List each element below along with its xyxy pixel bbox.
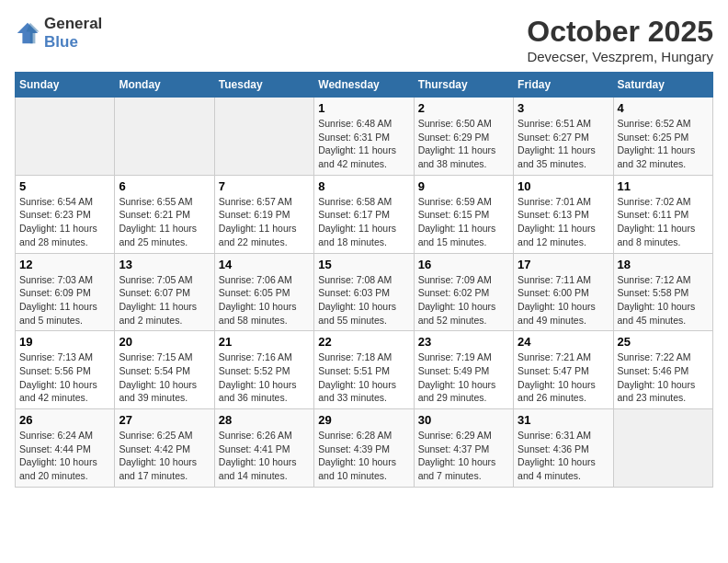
day-number: 12 (19, 258, 110, 271)
calendar-cell: 9Sunrise: 6:59 AM Sunset: 6:15 PM Daylig… (414, 175, 513, 253)
day-content: Sunrise: 6:52 AM Sunset: 6:25 PM Dayligh… (618, 117, 709, 171)
day-content: Sunrise: 7:19 AM Sunset: 5:49 PM Dayligh… (418, 350, 509, 405)
day-content: Sunrise: 6:24 AM Sunset: 4:44 PM Dayligh… (19, 429, 110, 483)
calendar-cell: 19Sunrise: 7:13 AM Sunset: 5:56 PM Dayli… (16, 331, 115, 409)
weekday-header-sunday: Sunday (16, 73, 115, 98)
day-content: Sunrise: 7:06 AM Sunset: 6:05 PM Dayligh… (219, 273, 310, 327)
day-content: Sunrise: 7:13 AM Sunset: 5:56 PM Dayligh… (19, 350, 110, 405)
calendar-cell: 3Sunrise: 6:51 AM Sunset: 6:27 PM Daylig… (514, 98, 613, 176)
calendar-cell: 8Sunrise: 6:58 AM Sunset: 6:17 PM Daylig… (314, 175, 414, 253)
calendar-cell: 30Sunrise: 6:29 AM Sunset: 4:37 PM Dayli… (414, 409, 513, 488)
day-number: 4 (618, 101, 709, 115)
week-row-2: 5Sunrise: 6:54 AM Sunset: 6:23 PM Daylig… (16, 175, 713, 253)
day-content: Sunrise: 7:03 AM Sunset: 6:09 PM Dayligh… (19, 273, 110, 327)
day-number: 3 (518, 101, 609, 115)
day-number: 2 (418, 101, 509, 115)
calendar-cell: 31Sunrise: 6:31 AM Sunset: 4:36 PM Dayli… (514, 409, 613, 488)
weekday-header-saturday: Saturday (613, 73, 712, 98)
calendar-cell: 12Sunrise: 7:03 AM Sunset: 6:09 PM Dayli… (16, 253, 115, 331)
day-content: Sunrise: 6:54 AM Sunset: 6:23 PM Dayligh… (19, 195, 110, 249)
day-content: Sunrise: 6:50 AM Sunset: 6:29 PM Dayligh… (418, 117, 509, 171)
day-number: 9 (418, 179, 509, 193)
calendar-cell: 17Sunrise: 7:11 AM Sunset: 6:00 PM Dayli… (514, 253, 613, 331)
day-content: Sunrise: 6:57 AM Sunset: 6:19 PM Dayligh… (219, 195, 310, 249)
day-number: 15 (318, 258, 409, 271)
day-number: 7 (219, 179, 310, 193)
weekday-header-tuesday: Tuesday (214, 73, 313, 98)
week-row-1: 1Sunrise: 6:48 AM Sunset: 6:31 PM Daylig… (16, 98, 713, 176)
calendar-cell: 26Sunrise: 6:24 AM Sunset: 4:44 PM Dayli… (16, 409, 115, 488)
location-title: Devecser, Veszprem, Hungary (527, 49, 713, 64)
calendar-cell: 22Sunrise: 7:18 AM Sunset: 5:51 PM Dayli… (314, 331, 414, 409)
logo-general: General (44, 15, 102, 32)
day-number: 28 (219, 413, 310, 427)
calendar-cell: 14Sunrise: 7:06 AM Sunset: 6:05 PM Dayli… (214, 253, 313, 331)
week-row-5: 26Sunrise: 6:24 AM Sunset: 4:44 PM Dayli… (16, 409, 713, 488)
calendar-cell: 23Sunrise: 7:19 AM Sunset: 5:49 PM Dayli… (414, 331, 513, 409)
day-number: 27 (119, 413, 210, 427)
page-header: General Blue October 2025 Devecser, Vesz… (15, 15, 713, 64)
calendar-cell: 6Sunrise: 6:55 AM Sunset: 6:21 PM Daylig… (115, 175, 214, 253)
calendar-cell: 11Sunrise: 7:02 AM Sunset: 6:11 PM Dayli… (613, 175, 712, 253)
day-content: Sunrise: 6:26 AM Sunset: 4:41 PM Dayligh… (219, 429, 310, 483)
logo: General Blue (15, 15, 102, 52)
day-number: 11 (618, 179, 709, 193)
calendar-cell: 5Sunrise: 6:54 AM Sunset: 6:23 PM Daylig… (16, 175, 115, 253)
weekday-header-wednesday: Wednesday (314, 73, 414, 98)
weekday-header-monday: Monday (115, 73, 214, 98)
day-number: 25 (618, 335, 709, 349)
day-content: Sunrise: 7:02 AM Sunset: 6:11 PM Dayligh… (618, 195, 709, 249)
day-number: 8 (318, 179, 409, 193)
day-content: Sunrise: 7:18 AM Sunset: 5:51 PM Dayligh… (318, 350, 409, 405)
calendar-cell (214, 98, 313, 176)
day-number: 18 (618, 258, 709, 271)
calendar-cell: 29Sunrise: 6:28 AM Sunset: 4:39 PM Dayli… (314, 409, 414, 488)
calendar-cell (16, 98, 115, 176)
logo-text: General Blue (44, 15, 102, 52)
weekday-header-row: SundayMondayTuesdayWednesdayThursdayFrid… (16, 73, 713, 98)
calendar-cell: 20Sunrise: 7:15 AM Sunset: 5:54 PM Dayli… (115, 331, 214, 409)
weekday-header-thursday: Thursday (414, 73, 513, 98)
calendar-cell (115, 98, 214, 176)
day-content: Sunrise: 7:22 AM Sunset: 5:46 PM Dayligh… (618, 350, 709, 405)
calendar-cell: 27Sunrise: 6:25 AM Sunset: 4:42 PM Dayli… (115, 409, 214, 488)
day-number: 14 (219, 258, 310, 271)
calendar-cell: 13Sunrise: 7:05 AM Sunset: 6:07 PM Dayli… (115, 253, 214, 331)
calendar-cell: 2Sunrise: 6:50 AM Sunset: 6:29 PM Daylig… (414, 98, 513, 176)
day-content: Sunrise: 6:59 AM Sunset: 6:15 PM Dayligh… (418, 195, 509, 249)
calendar-cell: 24Sunrise: 7:21 AM Sunset: 5:47 PM Dayli… (514, 331, 613, 409)
day-number: 26 (19, 413, 110, 427)
day-content: Sunrise: 6:31 AM Sunset: 4:36 PM Dayligh… (518, 429, 609, 483)
calendar-cell: 16Sunrise: 7:09 AM Sunset: 6:02 PM Dayli… (414, 253, 513, 331)
day-number: 5 (19, 179, 110, 193)
day-number: 16 (418, 258, 509, 271)
day-number: 31 (518, 413, 609, 427)
calendar-cell: 21Sunrise: 7:16 AM Sunset: 5:52 PM Dayli… (214, 331, 313, 409)
day-number: 19 (19, 335, 110, 349)
day-content: Sunrise: 7:09 AM Sunset: 6:02 PM Dayligh… (418, 273, 509, 327)
day-number: 29 (318, 413, 409, 427)
calendar-cell (613, 409, 712, 488)
day-number: 24 (518, 335, 609, 349)
day-content: Sunrise: 7:21 AM Sunset: 5:47 PM Dayligh… (518, 350, 609, 405)
day-content: Sunrise: 7:05 AM Sunset: 6:07 PM Dayligh… (119, 273, 210, 327)
day-content: Sunrise: 6:55 AM Sunset: 6:21 PM Dayligh… (119, 195, 210, 249)
weekday-header-friday: Friday (514, 73, 613, 98)
day-number: 10 (518, 179, 609, 193)
logo-icon (15, 20, 40, 46)
day-content: Sunrise: 7:08 AM Sunset: 6:03 PM Dayligh… (318, 273, 409, 327)
title-block: October 2025 Devecser, Veszprem, Hungary (527, 15, 713, 64)
day-content: Sunrise: 6:48 AM Sunset: 6:31 PM Dayligh… (318, 117, 409, 171)
day-content: Sunrise: 7:11 AM Sunset: 6:00 PM Dayligh… (518, 273, 609, 327)
calendar-cell: 18Sunrise: 7:12 AM Sunset: 5:58 PM Dayli… (613, 253, 712, 331)
day-content: Sunrise: 6:28 AM Sunset: 4:39 PM Dayligh… (318, 429, 409, 483)
calendar-cell: 4Sunrise: 6:52 AM Sunset: 6:25 PM Daylig… (613, 98, 712, 176)
day-number: 30 (418, 413, 509, 427)
day-content: Sunrise: 6:25 AM Sunset: 4:42 PM Dayligh… (119, 429, 210, 483)
day-number: 21 (219, 335, 310, 349)
day-content: Sunrise: 6:58 AM Sunset: 6:17 PM Dayligh… (318, 195, 409, 249)
calendar-cell: 25Sunrise: 7:22 AM Sunset: 5:46 PM Dayli… (613, 331, 712, 409)
day-number: 17 (518, 258, 609, 271)
month-title: October 2025 (527, 15, 713, 49)
week-row-3: 12Sunrise: 7:03 AM Sunset: 6:09 PM Dayli… (16, 253, 713, 331)
